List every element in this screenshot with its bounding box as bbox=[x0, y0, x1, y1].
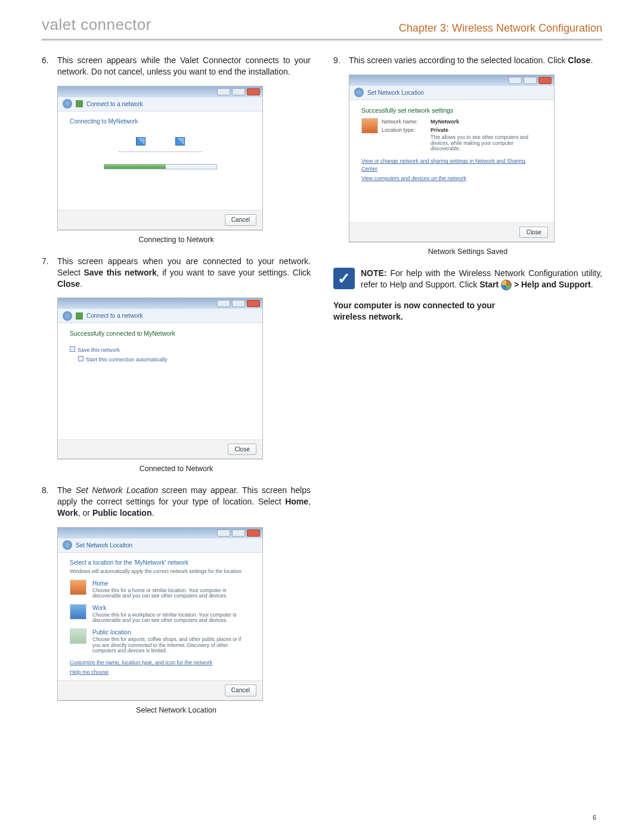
brand-logo: valet bbox=[42, 16, 76, 33]
location-public[interactable]: Public location Choose this for airports… bbox=[70, 628, 250, 654]
chapter-title: Chapter 3: Wireless Network Configuratio… bbox=[399, 21, 602, 35]
auto-start-option[interactable]: Start this connection automatically bbox=[86, 357, 168, 363]
step-7: This screen appears when you are connect… bbox=[42, 256, 311, 290]
brand-product: connector bbox=[80, 16, 151, 33]
window-titlebar bbox=[349, 75, 554, 86]
back-arrow-icon bbox=[63, 99, 72, 109]
location-home[interactable]: Home Choose this for a home or similar l… bbox=[70, 580, 250, 599]
step-9: This screen varies according to the sele… bbox=[333, 55, 602, 66]
left-column: This screen appears while the Valet Conn… bbox=[42, 55, 311, 726]
toolbar-title: Connect to a network bbox=[86, 312, 143, 320]
window-max-icon bbox=[232, 88, 245, 95]
help-choose-link[interactable]: Help me choose bbox=[70, 668, 250, 676]
window-min-icon bbox=[509, 77, 522, 84]
window-max-icon bbox=[232, 529, 245, 537]
brand: valet connector bbox=[42, 14, 151, 35]
window-titlebar bbox=[58, 86, 262, 97]
public-icon bbox=[70, 628, 86, 644]
screenshot-connected: Connect to a network Successfully connec… bbox=[57, 298, 263, 459]
final-message: Your computer is now connected to your w… bbox=[333, 300, 602, 323]
toolbar-title: Connect to a network bbox=[86, 100, 143, 109]
window-toolbar: Set Network Location bbox=[349, 86, 554, 100]
back-arrow-icon bbox=[63, 540, 72, 550]
dialog-subtext: Windows will automatically apply the cor… bbox=[70, 569, 250, 575]
window-toolbar: Connect to a network bbox=[58, 309, 262, 323]
caption-9: Network Settings Saved bbox=[333, 247, 602, 257]
window-titlebar bbox=[58, 528, 262, 538]
location-work[interactable]: Work Choose this for a workplace or simi… bbox=[70, 604, 250, 624]
window-min-icon bbox=[217, 300, 230, 307]
window-max-icon bbox=[232, 300, 245, 307]
window-close-icon bbox=[247, 529, 260, 537]
dialog-heading: Successfully set network settings bbox=[361, 106, 542, 114]
customize-link[interactable]: Customize the name, location type, and i… bbox=[70, 659, 250, 666]
sharing-center-link[interactable]: View or change network and sharing setti… bbox=[361, 157, 542, 172]
toolbar-title: Set Network Location bbox=[367, 89, 424, 97]
dialog-heading: Connecting to MyNetwork bbox=[70, 117, 250, 126]
caption-7: Connected to Network bbox=[42, 464, 311, 474]
checkbox-icon[interactable] bbox=[78, 356, 83, 361]
window-toolbar: Set Network Location bbox=[58, 538, 262, 553]
window-close-icon bbox=[538, 77, 552, 84]
step-8: The Set Network Location screen may appe… bbox=[42, 485, 311, 519]
screenshot-settings-saved: Set Network Location Successfully set ne… bbox=[349, 75, 555, 242]
toolbar-title: Set Network Location bbox=[76, 541, 132, 550]
page-header: valet connector Chapter 3: Wireless Netw… bbox=[42, 14, 602, 41]
computer-icon bbox=[136, 137, 145, 145]
window-toolbar: Connect to a network bbox=[58, 97, 262, 112]
back-arrow-icon bbox=[354, 88, 364, 97]
back-arrow-icon bbox=[63, 311, 72, 321]
view-devices-link[interactable]: View computers and devices on the networ… bbox=[361, 175, 542, 182]
window-min-icon bbox=[217, 88, 230, 95]
caption-8: Select Network Location bbox=[42, 705, 311, 716]
work-icon bbox=[70, 604, 86, 620]
home-icon bbox=[361, 118, 378, 134]
dialog-heading: Successfully connected to MyNetwork bbox=[70, 329, 250, 337]
save-network-option[interactable]: Save this network bbox=[78, 347, 120, 353]
dialog-heading: Select a location for the 'MyNetwork' ne… bbox=[70, 559, 250, 567]
note-callout: ✓ NOTE: For help with the Wireless Netwo… bbox=[333, 268, 602, 290]
network-icon bbox=[175, 137, 185, 145]
checkbox-icon[interactable] bbox=[70, 346, 75, 352]
close-button[interactable]: Close bbox=[519, 227, 548, 239]
caption-6: Connecting to Network bbox=[42, 235, 311, 245]
connection-line-icon bbox=[119, 151, 202, 152]
window-max-icon bbox=[524, 77, 537, 84]
progress-bar bbox=[104, 164, 217, 169]
step-6-text: This screen appears while the Valet Conn… bbox=[57, 55, 311, 76]
step-6: This screen appears while the Valet Conn… bbox=[42, 55, 311, 78]
close-button[interactable]: Close bbox=[228, 444, 256, 456]
cancel-button[interactable]: Cancel bbox=[225, 214, 256, 226]
cancel-button[interactable]: Cancel bbox=[225, 685, 256, 696]
network-bars-icon bbox=[76, 100, 83, 107]
window-close-icon bbox=[247, 88, 260, 95]
window-min-icon bbox=[217, 529, 230, 537]
screenshot-connecting: Connect to a network Connecting to MyNet… bbox=[57, 86, 263, 230]
window-close-icon bbox=[247, 300, 260, 307]
home-icon bbox=[70, 580, 86, 595]
window-titlebar bbox=[58, 298, 262, 309]
network-bars-icon bbox=[76, 312, 83, 320]
screenshot-set-location: Set Network Location Select a location f… bbox=[57, 527, 263, 701]
windows-start-icon bbox=[501, 280, 512, 290]
right-column: This screen varies according to the sele… bbox=[333, 55, 602, 726]
checkmark-icon: ✓ bbox=[333, 268, 355, 289]
location-desc: This allows you to see other computers a… bbox=[431, 135, 532, 151]
note-lead: NOTE: bbox=[361, 268, 387, 278]
